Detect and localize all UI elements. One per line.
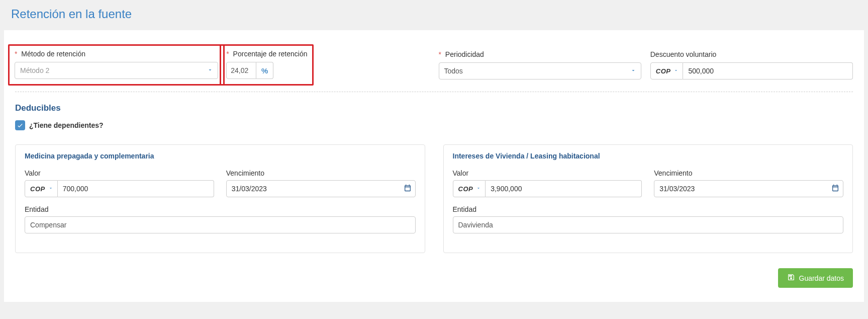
label-text-porcentaje: Porcentaje de retención	[233, 50, 308, 58]
label-intereses-entidad: Entidad	[453, 205, 844, 213]
label-intereses-valor: Valor	[453, 169, 642, 177]
required-indicator: *	[15, 50, 17, 58]
date-wrap-medicina	[226, 180, 416, 197]
select-periodicidad[interactable]: Todos	[439, 62, 641, 79]
input-descuento-valor[interactable]	[683, 62, 853, 79]
input-medicina-valor[interactable]	[58, 180, 214, 197]
main-panel: * Método de retención Método 2 * Porcent…	[4, 30, 864, 302]
currency-input-medicina: COP	[25, 180, 214, 197]
required-indicator: *	[226, 50, 229, 58]
select-metodo-retencion[interactable]: Método 2	[15, 62, 218, 79]
save-button-label: Guardar datos	[799, 274, 844, 282]
input-porcentaje[interactable]	[226, 62, 256, 79]
input-medicina-vencimiento[interactable]	[226, 180, 416, 197]
card-medicina-title: Medicina prepagada y complementaria	[25, 152, 416, 160]
field-descuento-voluntario: Descuento voluntario COP	[650, 50, 853, 79]
checkbox-dependientes[interactable]	[15, 120, 25, 130]
currency-selector-intereses[interactable]: COP	[453, 180, 486, 197]
select-periodicidad-display[interactable]: Todos	[439, 62, 641, 79]
field-metodo-retencion: * Método de retención Método 2	[15, 50, 218, 79]
label-periodicidad: * Periodicidad	[439, 50, 641, 58]
label-text-metodo: Método de retención	[21, 50, 85, 58]
label-medicina-vencimiento: Vencimiento	[226, 169, 416, 177]
save-icon	[787, 273, 795, 283]
percent-icon: %	[256, 62, 273, 79]
field-intereses-valor: Valor COP	[453, 169, 642, 197]
card-medicina: Medicina prepagada y complementaria Valo…	[15, 144, 425, 253]
label-metodo-retencion: * Método de retención	[15, 50, 218, 58]
card-intereses: Intereses de Vivienda / Leasing habitaci…	[443, 144, 853, 253]
label-medicina-valor: Valor	[25, 169, 214, 177]
field-medicina-vencimiento: Vencimiento	[226, 169, 416, 197]
card-intereses-row2: Entidad	[453, 205, 844, 233]
chevron-down-icon	[476, 185, 481, 192]
checkbox-dependientes-row: ¿Tiene dependientes?	[15, 120, 853, 130]
required-indicator: *	[439, 50, 441, 58]
save-button[interactable]: Guardar datos	[778, 268, 853, 288]
card-intereses-row1: Valor COP Vencimiento	[453, 169, 844, 197]
field-intereses-vencimiento: Vencimiento	[654, 169, 843, 197]
percent-control: %	[226, 62, 307, 79]
field-periodicidad: * Periodicidad Todos	[439, 50, 641, 79]
input-intereses-valor[interactable]	[486, 180, 642, 197]
label-text-periodicidad: Periodicidad	[445, 50, 484, 58]
top-fields-row: * Método de retención Método 2 * Porcent…	[15, 50, 853, 79]
card-intereses-title: Intereses de Vivienda / Leasing habitaci…	[453, 152, 844, 160]
checkbox-dependientes-label: ¿Tiene dependientes?	[29, 121, 104, 129]
field-intereses-entidad: Entidad	[453, 205, 844, 233]
card-medicina-row2: Entidad	[25, 205, 416, 233]
field-medicina-entidad: Entidad	[25, 205, 416, 233]
field-porcentaje-retencion: * Porcentaje de retención %	[227, 50, 429, 79]
label-medicina-entidad: Entidad	[25, 205, 416, 213]
input-medicina-entidad[interactable]	[25, 216, 416, 233]
currency-selector-descuento[interactable]: COP	[650, 62, 684, 79]
label-porcentaje-retencion: * Porcentaje de retención	[226, 50, 307, 58]
highlight-metodo: * Método de retención Método 2	[8, 44, 225, 86]
currency-code: COP	[30, 185, 45, 193]
date-wrap-intereses	[654, 180, 843, 197]
field-medicina-valor: Valor COP	[25, 169, 214, 197]
select-metodo-display[interactable]: Método 2	[15, 62, 218, 79]
currency-code: COP	[458, 185, 473, 193]
chevron-down-icon	[48, 185, 53, 192]
page-title: Retención en la fuente	[0, 0, 868, 30]
deducibles-cards: Medicina prepagada y complementaria Valo…	[15, 144, 853, 253]
currency-input-descuento: COP	[650, 62, 853, 79]
section-divider	[15, 92, 853, 92]
currency-code: COP	[656, 67, 671, 75]
input-intereses-vencimiento[interactable]	[654, 180, 843, 197]
highlight-porcentaje: * Porcentaje de retención %	[220, 44, 314, 86]
input-intereses-entidad[interactable]	[453, 216, 844, 233]
card-medicina-row1: Valor COP Vencimiento	[25, 169, 416, 197]
label-descuento-voluntario: Descuento voluntario	[650, 50, 853, 58]
currency-selector-medicina[interactable]: COP	[25, 180, 58, 197]
chevron-down-icon	[673, 67, 679, 74]
currency-input-intereses: COP	[453, 180, 642, 197]
label-intereses-vencimiento: Vencimiento	[654, 169, 843, 177]
footer-actions: Guardar datos	[15, 268, 853, 288]
heading-deducibles: Deducibles	[15, 103, 853, 113]
check-icon	[17, 122, 24, 129]
